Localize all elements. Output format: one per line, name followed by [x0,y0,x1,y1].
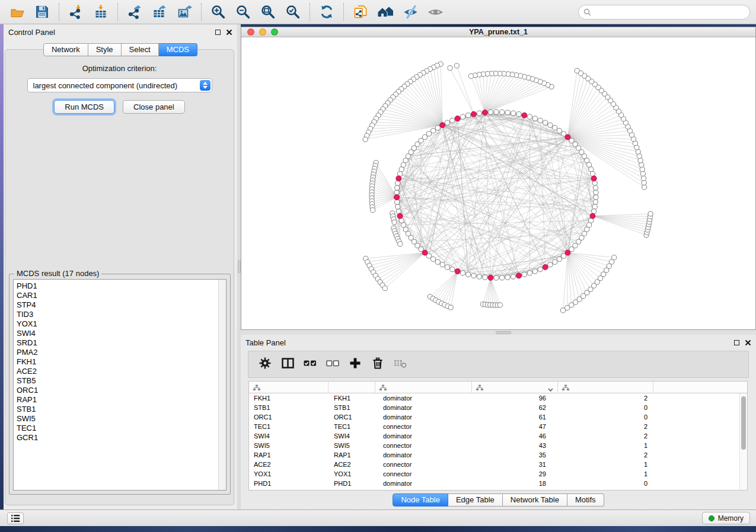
mcds-result-item[interactable]: SWI4 [17,329,218,338]
tab-mcds[interactable]: MCDS [159,43,197,56]
ring-node [440,262,445,267]
column-header-successor-nodes[interactable] [472,382,558,393]
mcds-result-item[interactable]: SRD1 [17,338,218,348]
mcds-result-item[interactable]: GCR1 [17,433,218,443]
mcds-hub-node [516,273,522,278]
table-row[interactable]: TEC1TEC1connector472 [249,422,747,431]
tab-node-table[interactable]: Node Table [393,493,448,507]
mcds-result-item[interactable]: RAP1 [17,395,218,405]
mcds-result-item[interactable]: YOX1 [17,319,218,329]
table-panel-tabs: Node TableEdge TableNetwork TableMotifs [241,493,756,507]
tab-edge-table[interactable]: Edge Table [448,493,503,507]
tab-network[interactable]: Network [43,43,88,56]
mcds-result-item[interactable]: FKH1 [17,357,218,367]
search-input[interactable] [594,8,745,16]
deselect-all-button[interactable] [324,354,342,374]
split-panel-button[interactable] [279,354,296,374]
select-all-icon [303,357,317,372]
save-session-button[interactable] [30,2,55,22]
zoom-selected-button[interactable] [280,2,305,22]
mcds-list-scrollbar[interactable] [218,280,226,490]
import-network-button[interactable] [63,2,88,22]
table-row[interactable]: ORC1ORC1dominator610 [249,412,747,422]
export-network-button[interactable] [122,2,147,22]
zoom-fit-button[interactable] [256,2,280,22]
ring-node [511,274,516,279]
close-panel-button[interactable]: Close panel [123,100,185,114]
show-panels-button[interactable] [423,2,448,22]
select-all-button[interactable] [301,354,319,374]
table-row[interactable]: ACE2ACE2connector311 [249,460,747,469]
leaf-node [468,73,473,78]
column-header-MCDS-role[interactable] [375,382,472,393]
memory-button[interactable]: Memory [702,512,750,524]
mcds-result-item[interactable]: PHD1 [17,281,218,291]
mcds-result-item[interactable]: STP4 [17,300,218,310]
float-table-panel-icon[interactable] [734,340,739,345]
mcds-result-item[interactable]: TEC1 [17,424,218,433]
table-row[interactable]: RAP1RAP1dominator352 [249,450,747,460]
table-toolbar [248,351,749,378]
close-table-panel-icon[interactable] [745,339,751,346]
mcds-result-item[interactable]: TID3 [17,310,218,319]
column-header-predecessor-nodes[interactable] [558,382,653,393]
network-window-title: YPA_prune.txt_1 [241,28,755,36]
search-box[interactable] [578,5,750,20]
zoom-out-button[interactable] [231,2,256,22]
open-file-button[interactable] [5,2,30,22]
leaf-node [370,207,375,212]
mcds-result-item[interactable]: STB1 [17,405,218,414]
table-scrollbar[interactable] [739,393,747,490]
home-view-button[interactable] [373,2,398,22]
vertical-splitter-grip[interactable] [238,260,241,273]
duplicate-network-button[interactable] [348,2,373,22]
mcds-result-item[interactable]: CAR1 [17,291,218,300]
cell-mcds_role: dominator [375,404,472,411]
network-view-window: YPA_prune.txt_1 [241,27,756,330]
mcds-result-item[interactable]: ACE2 [17,367,218,376]
tab-select[interactable]: Select [122,43,159,56]
network-canvas[interactable] [241,37,755,329]
run-mcds-button[interactable]: Run MCDS [54,100,114,114]
mcds-result-group: MCDS result (17 nodes) PHD1CAR1STP4TID3Y… [9,274,231,495]
table-scrollbar-thumb[interactable] [741,396,746,450]
table-row[interactable]: YOX1YOX1connector291 [249,469,747,479]
cell-predecessor_nodes: 2 [558,451,653,459]
horizontal-splitter[interactable] [241,330,756,335]
export-table-button[interactable] [147,2,172,22]
mcds-result-item[interactable]: STB5 [17,376,218,386]
mcds-hub-node [488,275,493,280]
refresh-view-button[interactable] [314,2,339,22]
export-image-button[interactable] [172,2,197,22]
criterion-select[interactable]: largest connected component (undirected) [27,78,212,92]
control-panel-tabs: NetworkStyleSelectMCDS [4,43,237,56]
column-header-shared-name[interactable] [249,382,328,393]
mcds-result-item[interactable]: PMA2 [17,348,218,357]
mcds-result-item[interactable]: ORC1 [17,386,218,395]
cell-name: STB1 [328,404,375,411]
ring-node [586,162,591,167]
table-row[interactable]: FKH1FKH1dominator962 [249,393,747,403]
leaf-node [609,259,614,264]
panel-menu-button[interactable] [7,512,24,524]
float-panel-icon[interactable] [215,30,221,35]
import-table-button[interactable] [88,2,113,22]
zoom-in-button[interactable] [206,2,231,22]
settings-button[interactable] [256,354,274,374]
table-row[interactable]: SWI4SWI4dominator462 [249,431,747,441]
tab-motifs[interactable]: Motifs [567,493,604,507]
cell-successor_nodes: 18 [472,480,558,487]
tab-style[interactable]: Style [88,43,122,56]
memory-label: Memory [718,514,744,523]
hide-panels-button[interactable] [398,2,423,22]
column-header-name[interactable] [328,382,375,393]
table-row[interactable]: STB1STB1dominator620 [249,403,747,412]
add-entry-button[interactable] [346,354,364,374]
horizontal-splitter-grip[interactable] [496,331,511,334]
close-panel-icon[interactable] [226,29,232,36]
table-row[interactable]: SWI5SWI5connector431 [249,441,747,450]
tab-network-table[interactable]: Network Table [503,493,567,507]
mcds-result-item[interactable]: SWI5 [17,414,218,424]
delete-entry-button[interactable] [369,354,387,374]
table-row[interactable]: PHD1PHD1dominator180 [249,479,747,488]
